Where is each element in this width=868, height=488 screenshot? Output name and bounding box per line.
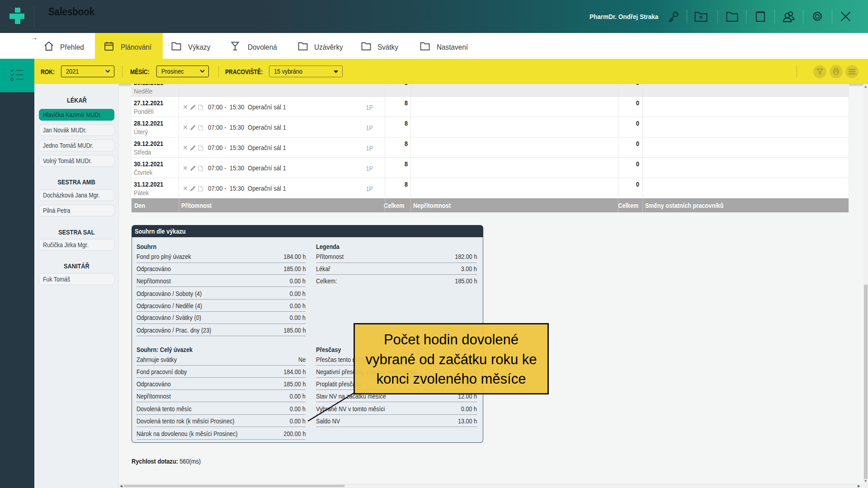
svg-text:N: N (699, 15, 703, 19)
